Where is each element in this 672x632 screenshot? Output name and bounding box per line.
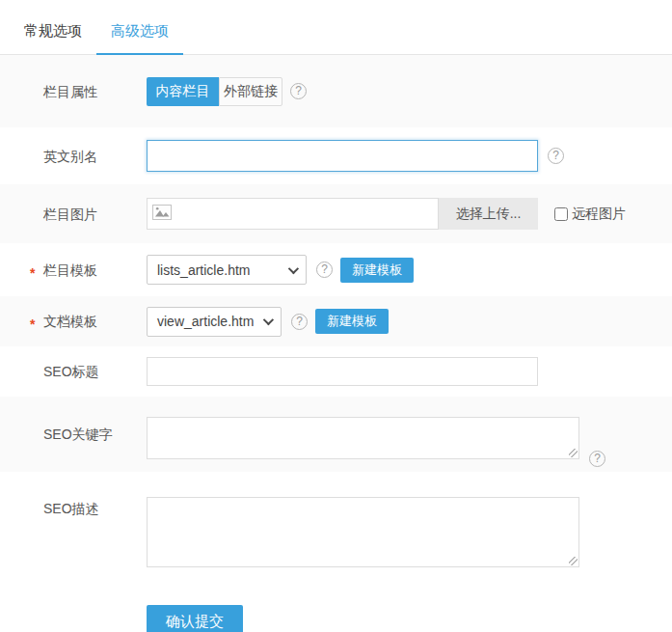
row-seo-description: SEO描述 xyxy=(0,472,672,590)
help-icon[interactable]: ? xyxy=(291,314,308,330)
row-column-attribute: 栏目属性 内容栏目 外部链接 ? xyxy=(0,55,672,127)
new-template-button[interactable]: 新建模板 xyxy=(315,309,389,334)
row-seo-title: SEO标题 xyxy=(0,346,672,397)
seo-title-label: SEO标题 xyxy=(0,362,147,381)
row-document-template: * 文档模板 view_article.htm ? 新建模板 xyxy=(0,296,672,346)
seo-description-textarea[interactable] xyxy=(147,497,579,567)
image-placeholder-icon xyxy=(152,205,172,224)
required-asterisk: * xyxy=(30,315,35,334)
row-english-alias: 英文别名 ? xyxy=(0,127,672,184)
remote-image-checkbox[interactable] xyxy=(554,207,568,221)
help-icon[interactable]: ? xyxy=(290,83,307,99)
required-asterisk: * xyxy=(30,263,35,283)
column-image-label: 栏目图片 xyxy=(0,205,147,224)
english-alias-label: 英文别名 xyxy=(0,147,147,166)
column-template-label-text: 栏目模板 xyxy=(43,262,97,278)
seo-keywords-label: SEO关键字 xyxy=(0,397,147,444)
column-template-select-value: lists_article.htm xyxy=(157,262,250,278)
tab-bar: 常规选项 高级选项 xyxy=(0,0,672,55)
column-image-input[interactable] xyxy=(147,198,439,230)
column-template-label: * 栏目模板 xyxy=(0,261,147,280)
confirm-submit-button[interactable]: 确认提交 xyxy=(147,605,243,632)
seo-description-label: SEO描述 xyxy=(0,472,147,518)
new-template-button[interactable]: 新建模板 xyxy=(340,258,414,283)
resize-handle-icon[interactable] xyxy=(569,557,578,565)
help-icon[interactable]: ? xyxy=(548,148,564,164)
help-icon[interactable]: ? xyxy=(589,451,605,467)
document-template-select[interactable]: view_article.htm xyxy=(147,307,282,337)
remote-image-label: 远程图片 xyxy=(572,206,626,223)
toggle-content-column[interactable]: 内容栏目 xyxy=(147,77,219,106)
chevron-down-icon xyxy=(263,315,274,325)
document-template-select-value: view_article.htm xyxy=(157,314,254,329)
resize-handle-icon[interactable] xyxy=(569,449,578,457)
document-template-label-text: 文档模板 xyxy=(43,314,97,329)
column-attribute-toggle-group: 内容栏目 外部链接 xyxy=(147,77,282,106)
choose-upload-button[interactable]: 选择上传... xyxy=(439,198,538,230)
row-seo-keywords: SEO关键字 ? xyxy=(0,397,672,472)
seo-title-input[interactable] xyxy=(147,357,538,386)
row-column-image: 栏目图片 选择上传... 远程图片 xyxy=(0,184,672,243)
seo-keywords-textarea[interactable] xyxy=(147,417,579,459)
row-column-template: * 栏目模板 lists_article.htm ? 新建模板 xyxy=(0,243,672,296)
document-template-label: * 文档模板 xyxy=(0,312,147,331)
submit-area: 确认提交 xyxy=(147,605,672,632)
column-attribute-label: 栏目属性 xyxy=(0,82,147,101)
toggle-external-link[interactable]: 外部链接 xyxy=(219,77,282,106)
chevron-down-icon xyxy=(288,262,299,273)
tab-general-options[interactable]: 常规选项 xyxy=(10,22,96,54)
english-alias-input[interactable] xyxy=(147,140,538,172)
column-template-select[interactable]: lists_article.htm xyxy=(147,255,307,285)
help-icon[interactable]: ? xyxy=(316,261,333,278)
tab-advanced-options[interactable]: 高级选项 xyxy=(96,22,183,54)
remote-image-option: 远程图片 xyxy=(554,206,626,223)
